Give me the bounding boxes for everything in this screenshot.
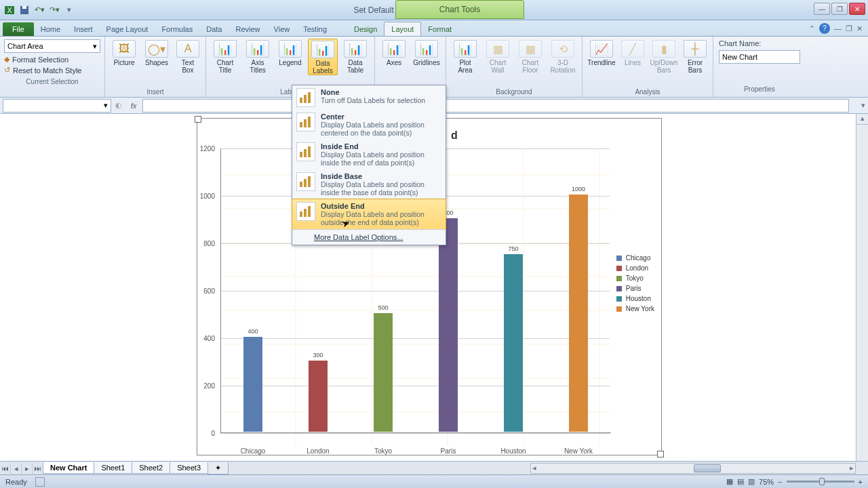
- legend-item[interactable]: London: [616, 264, 654, 272]
- horizontal-scrollbar[interactable]: ◂▸: [530, 463, 856, 474]
- tab-review[interactable]: Review: [229, 22, 267, 36]
- y-axis[interactable]: 020040060080010001200: [197, 148, 218, 443]
- picture-button[interactable]: 🖼Picture: [109, 39, 139, 66]
- chart-name-input[interactable]: [719, 50, 800, 64]
- reset-style[interactable]: ↺Reset to Match Style: [4, 66, 100, 75]
- legend-item[interactable]: New York: [616, 305, 654, 312]
- chart-floor-button[interactable]: ▦Chart Floor: [515, 39, 545, 74]
- nav-next-icon[interactable]: ▸: [22, 463, 33, 474]
- minimize-ribbon-icon[interactable]: ⌃: [809, 24, 815, 33]
- minimize-button[interactable]: —: [814, 3, 830, 15]
- chart-title[interactable]: d: [451, 129, 458, 142]
- expand-fbar-icon[interactable]: ▾: [861, 101, 865, 110]
- tab-data[interactable]: Data: [199, 22, 229, 36]
- tab-design[interactable]: Design: [347, 22, 384, 36]
- data-label[interactable]: 300: [311, 352, 324, 359]
- data-label[interactable]: 1000: [570, 186, 587, 192]
- 3d-rotation-button[interactable]: ⟲3-D Rotation: [548, 39, 578, 74]
- save-icon[interactable]: [19, 5, 30, 16]
- qat-customize-icon[interactable]: ▾: [64, 5, 75, 16]
- axis-titles-button[interactable]: 📊Axis Titles: [243, 39, 273, 74]
- tab-home[interactable]: Home: [34, 22, 67, 36]
- formula-input[interactable]: [142, 99, 849, 113]
- dropdown-item-outside-end[interactable]: Outside EndDisplay Data Labels and posit…: [292, 199, 446, 230]
- data-labels-button[interactable]: 📊Data Labels: [308, 39, 338, 75]
- x-tick-label: Chicago: [233, 447, 273, 455]
- sheet-tab-newchart[interactable]: New Chart: [43, 462, 94, 474]
- redo-icon[interactable]: ↷▾: [49, 5, 60, 16]
- plot-area-button[interactable]: 📊Plot Area: [450, 39, 480, 74]
- scroll-up-icon[interactable]: ▴: [856, 114, 868, 125]
- chart-wall-button[interactable]: ▦Chart Wall: [483, 39, 513, 74]
- data-label[interactable]: 750: [507, 245, 519, 252]
- legend-item[interactable]: Chicago: [616, 254, 654, 262]
- dropdown-item-inside-end[interactable]: Inside EndDisplay Data Labels and positi…: [292, 140, 446, 169]
- name-box[interactable]: ▾: [3, 99, 111, 113]
- group-properties: Chart Name: Properties: [713, 37, 806, 97]
- doc-restore-icon[interactable]: ❐: [846, 24, 852, 33]
- sheet-tab-sheet2[interactable]: Sheet2: [132, 462, 170, 474]
- zoom-in-button[interactable]: +: [859, 478, 863, 486]
- view-normal-icon[interactable]: ▦: [726, 477, 733, 486]
- lines-button[interactable]: ╱Lines: [619, 39, 646, 66]
- undo-icon[interactable]: ↶▾: [34, 5, 45, 16]
- legend-item[interactable]: Paris: [616, 285, 654, 292]
- shapes-button[interactable]: ◯▾Shapes: [142, 39, 172, 66]
- dropdown-item-center[interactable]: CenterDisplay Data Labels and position c…: [292, 110, 446, 140]
- tab-testing[interactable]: Testing: [296, 22, 334, 36]
- sheet-tab-sheet1[interactable]: Sheet1: [94, 462, 132, 474]
- chart-element-combo[interactable]: Chart Area▾: [4, 39, 100, 53]
- data-table-button[interactable]: 📊Data Table: [340, 39, 370, 74]
- legend[interactable]: ChicagoLondonTokyoParisHoustonNew York: [616, 254, 654, 315]
- tab-formulas[interactable]: Formulas: [155, 22, 199, 36]
- error-bars-button[interactable]: ┼Error Bars: [682, 39, 709, 74]
- format-selection[interactable]: ◆Format Selection: [4, 55, 100, 64]
- close-button[interactable]: ✕: [849, 3, 865, 15]
- zoom-slider[interactable]: [787, 481, 854, 483]
- cancel-icon[interactable]: ◐: [115, 101, 122, 110]
- sheet-tab-sheet3[interactable]: Sheet3: [170, 462, 208, 474]
- new-sheet-button[interactable]: ✦: [208, 462, 229, 474]
- macro-record-icon[interactable]: [35, 477, 45, 487]
- doc-close-icon[interactable]: ✕: [856, 24, 863, 33]
- dropdown-item-none[interactable]: NoneTurn off Data Labels for selection: [292, 85, 446, 110]
- help-icon[interactable]: ?: [819, 23, 830, 34]
- axes-button[interactable]: 📊Axes: [379, 39, 409, 66]
- tab-layout[interactable]: Layout: [384, 22, 421, 36]
- legend-item[interactable]: Tokyo: [616, 274, 654, 282]
- maximize-button[interactable]: ❐: [831, 3, 848, 15]
- x-tick-label: New York: [558, 447, 599, 455]
- fx-icon[interactable]: fx: [127, 102, 140, 110]
- bar-new york[interactable]: [569, 195, 588, 432]
- zoom-level[interactable]: 75%: [759, 478, 774, 486]
- textbox-button[interactable]: AText Box: [174, 39, 201, 74]
- bar-houston[interactable]: [504, 254, 523, 432]
- tab-insert[interactable]: Insert: [67, 22, 100, 36]
- data-label[interactable]: 400: [246, 328, 259, 335]
- zoom-out-button[interactable]: −: [778, 478, 782, 486]
- bar-chicago[interactable]: [243, 337, 262, 432]
- more-data-label-options[interactable]: More Data Label Options...: [292, 229, 446, 245]
- updown-bars-button[interactable]: ▮Up/Down Bars: [649, 39, 679, 74]
- nav-prev-icon[interactable]: ◂: [11, 463, 22, 474]
- gridlines-button[interactable]: 📊Gridlines: [412, 39, 441, 66]
- bar-london[interactable]: [309, 361, 328, 432]
- doc-minimize-icon[interactable]: —: [834, 24, 842, 33]
- bar-tokyo[interactable]: [374, 313, 393, 432]
- nav-last-icon[interactable]: ⏭: [33, 463, 43, 474]
- legend-button[interactable]: 📊Legend: [275, 39, 305, 66]
- data-label[interactable]: 500: [376, 304, 389, 311]
- file-tab[interactable]: File: [3, 22, 34, 36]
- chart-title-button[interactable]: 📊Chart Title: [210, 39, 240, 74]
- nav-first-icon[interactable]: ⏮: [0, 463, 11, 474]
- tab-page-layout[interactable]: Page Layout: [100, 22, 155, 36]
- view-pagebreak-icon[interactable]: ▥: [748, 477, 755, 486]
- vertical-scrollbar[interactable]: ▴: [856, 114, 868, 461]
- tab-view[interactable]: View: [267, 22, 297, 36]
- legend-item[interactable]: Houston: [616, 295, 654, 302]
- dropdown-item-inside-base[interactable]: Inside BaseDisplay Data Labels and posit…: [292, 169, 446, 199]
- bar-paris[interactable]: [439, 218, 458, 432]
- trendline-button[interactable]: 📈Trendline: [587, 39, 616, 66]
- view-layout-icon[interactable]: ▤: [737, 477, 744, 486]
- tab-format[interactable]: Format: [421, 22, 458, 36]
